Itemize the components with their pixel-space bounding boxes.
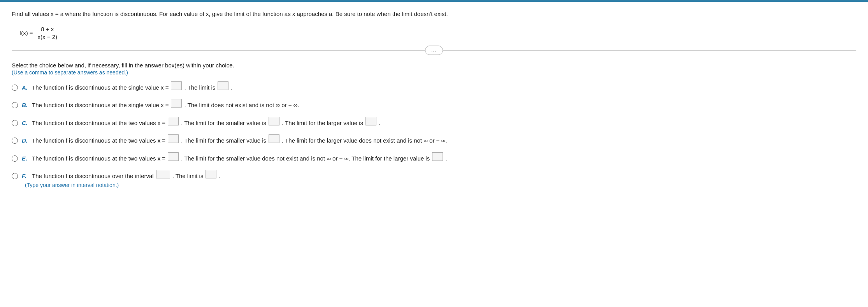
expand-button[interactable]: … [425, 46, 443, 55]
option-label-c: C. [22, 120, 29, 126]
option-block-f: F. The function f is discontinuous over … [12, 169, 856, 188]
answer-box-e1[interactable] [168, 152, 179, 161]
option-row-f: F. The function f is discontinuous over … [12, 169, 856, 181]
fx-label: f(x) = [19, 30, 33, 36]
option-label-e: E. [22, 155, 29, 162]
options-list: A. The function f is discontinuous at th… [12, 81, 856, 188]
answer-box-b1[interactable] [171, 99, 182, 108]
answer-box-f1[interactable] [156, 170, 170, 178]
option-row-c: C. The function f is discontinuous at th… [12, 116, 856, 128]
answer-box-c1[interactable] [168, 117, 179, 125]
instruction-block: Select the choice below and, if necessar… [12, 62, 856, 76]
option-row-b: B. The function f is discontinuous at th… [12, 99, 856, 110]
answer-box-c3[interactable] [365, 117, 376, 125]
function-display: f(x) = 8 + x x(x − 2) [19, 26, 856, 40]
answer-box-d2[interactable] [269, 134, 279, 143]
answer-box-a2[interactable] [218, 81, 228, 90]
radio-a[interactable] [12, 85, 18, 91]
radio-b[interactable] [12, 102, 18, 108]
denominator: x(x − 2) [36, 33, 59, 40]
option-text-b: The function f is discontinuous at the s… [32, 99, 299, 110]
option-label-b: B. [22, 102, 29, 108]
instruction-sub: (Use a comma to separate answers as need… [12, 69, 856, 76]
option-label-d: D. [22, 137, 29, 144]
answer-box-a1[interactable] [171, 81, 182, 90]
radio-e[interactable] [12, 155, 18, 162]
fraction: 8 + x x(x − 2) [36, 26, 59, 40]
option-label-f: F. [22, 173, 29, 179]
option-row-e: E. The function f is discontinuous at th… [12, 152, 856, 164]
option-text-e: The function f is discontinuous at the t… [32, 152, 447, 164]
option-label-a: A. [22, 84, 29, 91]
option-text-a: The function f is discontinuous at the s… [32, 81, 232, 93]
divider-row: … [12, 46, 856, 55]
option-row-d: D. The function f is discontinuous at th… [12, 134, 856, 146]
option-f-note: (Type your answer in interval notation.) [25, 182, 856, 188]
radio-d[interactable] [12, 138, 18, 144]
option-text-c: The function f is discontinuous at the t… [32, 116, 380, 128]
answer-box-e2[interactable] [432, 152, 443, 161]
answer-box-f2[interactable] [206, 170, 216, 178]
instruction-main: Select the choice below and, if necessar… [12, 62, 856, 69]
option-text-f: The function f is discontinuous over the… [32, 169, 221, 181]
option-text-d: The function f is discontinuous at the t… [32, 134, 447, 146]
main-content: Find all values x = a where the function… [0, 2, 868, 196]
problem-statement: Find all values x = a where the function… [12, 10, 856, 19]
answer-box-d1[interactable] [168, 134, 179, 143]
radio-c[interactable] [12, 120, 18, 126]
radio-f[interactable] [12, 173, 18, 179]
option-row-a: A. The function f is discontinuous at th… [12, 81, 856, 93]
answer-box-c2[interactable] [269, 117, 279, 125]
numerator: 8 + x [39, 26, 55, 33]
